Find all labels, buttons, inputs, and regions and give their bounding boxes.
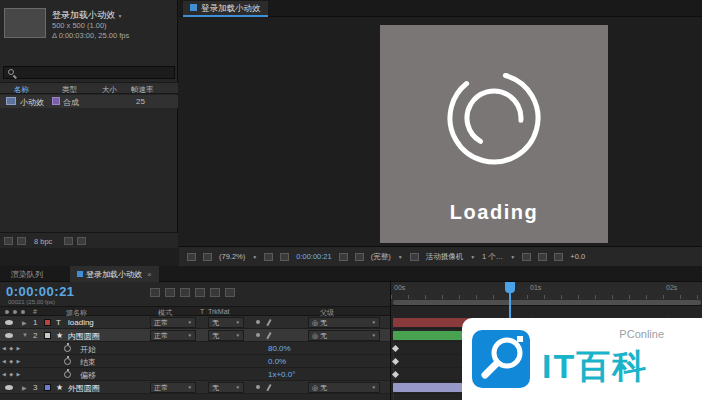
snapshot-icon[interactable] <box>339 253 348 261</box>
project-list-view-icon[interactable] <box>4 237 13 245</box>
stopwatch-icon[interactable] <box>64 358 71 365</box>
property-name[interactable]: 结束 <box>80 357 96 368</box>
fast-previews-icon[interactable] <box>538 253 547 261</box>
layer-color-swatch[interactable] <box>44 384 51 391</box>
property-name[interactable]: 开始 <box>80 344 96 355</box>
prev-keyframe-icon[interactable]: ◀ <box>2 371 7 377</box>
color-depth-button[interactable]: 8 bpc <box>34 237 52 246</box>
keyframe-nav-icons[interactable]: ◀ ◆ ▶ <box>2 358 21 364</box>
magnification-icon[interactable] <box>203 253 212 261</box>
property-value[interactable]: 80.0% <box>268 344 291 353</box>
trkmat-select[interactable]: 无▼ <box>208 382 244 393</box>
layer-row-inner-circle[interactable]: ▼ 2 ★ 内围圆圈 正常▼ 无▼ ◎无▼ <box>0 329 390 342</box>
property-row-start[interactable]: ◀ ◆ ▶ 开始 80.0% <box>0 342 390 355</box>
effects-switch-icon[interactable] <box>266 319 271 326</box>
add-keyframe-icon[interactable]: ◆ <box>9 358 14 364</box>
new-comp-icon[interactable] <box>77 237 86 245</box>
parent-select[interactable]: ◎无▼ <box>308 382 380 393</box>
property-row-end[interactable]: ◀ ◆ ▶ 结束 0.0% <box>0 355 390 368</box>
motion-blur-icon[interactable] <box>210 288 220 297</box>
next-keyframe-icon[interactable]: ▶ <box>17 358 22 364</box>
property-name[interactable]: 偏移 <box>80 370 96 381</box>
tab-composition[interactable]: 登录加载小动效× <box>70 266 159 282</box>
effects-switch-icon[interactable] <box>266 384 271 391</box>
resolution-select[interactable]: (完整) <box>371 252 391 262</box>
stopwatch-icon[interactable] <box>64 345 71 352</box>
trkmat-select[interactable]: 无▼ <box>208 317 244 328</box>
close-icon[interactable]: × <box>147 270 152 279</box>
hide-shy-layers-icon[interactable] <box>180 288 190 297</box>
comp-mini-flowchart-icon[interactable] <box>150 288 160 297</box>
switch-dot-icon[interactable] <box>256 333 260 337</box>
property-value[interactable]: 1x+0.0° <box>268 370 295 379</box>
parent-select[interactable]: ◎无▼ <box>308 317 380 328</box>
graph-editor-icon[interactable] <box>225 288 235 297</box>
project-item-row[interactable]: 小动效 合成 25 <box>0 95 178 108</box>
trkmat-select[interactable]: 无▼ <box>208 330 244 341</box>
region-of-interest-icon[interactable] <box>410 253 419 261</box>
stopwatch-icon[interactable] <box>64 371 71 378</box>
grid-guides-icon[interactable] <box>264 253 273 261</box>
mask-visibility-icon[interactable] <box>280 253 289 261</box>
layer-name[interactable]: 外围圆圈 <box>68 383 100 394</box>
project-thumb-view-icon[interactable] <box>17 237 26 245</box>
chevron-down-icon[interactable]: ▼ <box>398 254 403 260</box>
active-camera-select[interactable]: 活动摄像机 <box>426 252 464 262</box>
exposure-value[interactable]: +0.0 <box>570 252 585 261</box>
layer-row-outer-circle[interactable]: ▶ 3 ★ 外围圆圈 正常▼ 无▼ ◎无▼ <box>0 381 390 394</box>
prev-keyframe-icon[interactable]: ◀ <box>2 358 7 364</box>
switch-dot-icon[interactable] <box>256 385 260 389</box>
new-folder-icon[interactable] <box>64 237 73 245</box>
effects-switch-icon[interactable] <box>266 332 271 339</box>
column-type[interactable]: 类型 <box>62 85 77 95</box>
parent-select[interactable]: ◎无▼ <box>308 330 380 341</box>
add-keyframe-icon[interactable]: ◆ <box>9 345 14 351</box>
project-search-input[interactable] <box>3 66 175 79</box>
column-index[interactable]: # <box>33 308 37 315</box>
next-keyframe-icon[interactable]: ▶ <box>17 345 22 351</box>
viewer-timecode[interactable]: 0:00:00:21 <box>296 252 331 261</box>
current-timecode[interactable]: 0:00:00:21 <box>6 284 75 299</box>
column-name[interactable]: 名称 <box>14 85 29 95</box>
zoom-level[interactable]: (79.2%) <box>219 252 245 261</box>
column-framerate[interactable]: 帧速率 <box>131 85 154 95</box>
keyframe-icon[interactable] <box>392 345 399 352</box>
property-value[interactable]: 0.0% <box>268 357 286 366</box>
chevron-down-icon[interactable]: ▼ <box>470 254 475 260</box>
column-size[interactable]: 大小 <box>102 85 117 95</box>
switch-dot-icon[interactable] <box>256 320 260 324</box>
chevron-down-icon[interactable]: ▼ <box>118 13 123 19</box>
pickwhip-icon[interactable]: ◎ <box>312 332 318 340</box>
blend-mode-select[interactable]: 正常▼ <box>150 330 196 341</box>
next-keyframe-icon[interactable]: ▶ <box>17 371 22 377</box>
viewer-tab[interactable]: 登录加载小动效 <box>183 1 268 17</box>
viewer-canvas[interactable]: Loading <box>179 17 702 246</box>
work-area-bar[interactable] <box>393 300 701 305</box>
keyframe-nav-icons[interactable]: ◀ ◆ ▶ <box>2 371 21 377</box>
tab-render-queue[interactable]: 渲染队列 <box>4 268 50 281</box>
blend-mode-select[interactable]: 正常▼ <box>150 382 196 393</box>
layer-color-swatch[interactable] <box>44 319 51 326</box>
chevron-down-icon[interactable]: ▼ <box>252 254 257 260</box>
frame-blending-icon[interactable] <box>195 288 205 297</box>
prev-keyframe-icon[interactable]: ◀ <box>2 345 7 351</box>
blend-mode-select[interactable]: 正常▼ <box>150 317 196 328</box>
property-row-offset[interactable]: ◀ ◆ ▶ 偏移 1x+0.0° <box>0 368 390 381</box>
pickwhip-icon[interactable]: ◎ <box>312 319 318 327</box>
collapse-arrow-icon[interactable]: ▶ <box>22 319 27 326</box>
eye-toggle[interactable] <box>5 333 13 338</box>
composition-frame[interactable]: Loading <box>380 25 608 243</box>
layer-row-loading[interactable]: ▶ 1 T loading 正常▼ 无▼ ◎无▼ <box>0 316 390 329</box>
pixel-aspect-icon[interactable] <box>522 253 531 261</box>
layer-name[interactable]: 内围圆圈 <box>68 331 100 342</box>
column-trkmat-t[interactable]: T <box>200 308 204 315</box>
time-ruler[interactable]: 00s 01s 02s <box>391 282 702 306</box>
column-trkmat[interactable]: TrkMat <box>208 308 230 315</box>
exposure-icon[interactable] <box>554 253 563 261</box>
collapse-arrow-icon[interactable]: ▶ <box>22 384 27 391</box>
chevron-down-icon[interactable]: ▼ <box>510 254 515 260</box>
pickwhip-icon[interactable]: ◎ <box>312 384 318 392</box>
layer-name[interactable]: loading <box>68 318 94 327</box>
eye-toggle[interactable] <box>5 385 13 390</box>
keyframe-icon[interactable] <box>392 358 399 365</box>
